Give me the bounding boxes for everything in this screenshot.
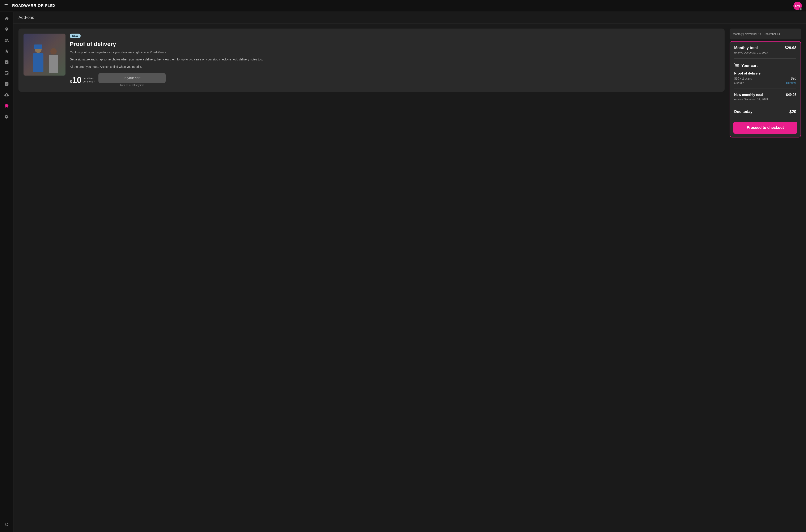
team-icon: [4, 38, 9, 44]
addon-name: Proof of delivery: [70, 41, 719, 48]
addon-card-image: [23, 34, 65, 76]
cart-monthly-renews: renews December 14, 2023: [734, 51, 796, 54]
cart-monthly-total-row: Monthly total $29.98: [734, 46, 796, 50]
cart-item-name: Proof of delivery: [734, 72, 796, 75]
cart-due-today-section: Due today $20: [730, 105, 801, 118]
addon-card-proof-of-delivery: NEW Proof of delivery Capture photos and…: [18, 28, 725, 92]
cart-header-row: Your cart: [734, 63, 796, 69]
routes-icon: [4, 27, 9, 33]
cart-new-renews: renews December 14, 2023: [734, 98, 796, 101]
addons-list: NEW Proof of delivery Capture photos and…: [18, 28, 725, 527]
cart-item-billing: Monthly: [734, 81, 744, 84]
settings-icon: [4, 114, 9, 120]
cart-shopping-icon: [734, 63, 739, 69]
cart-item-billing-row: Monthly Remove: [734, 81, 796, 84]
addon-description-3: All the proof you need. A cinch to find …: [70, 64, 719, 69]
in-cart-button: In your cart: [98, 73, 166, 83]
cart-due-amount: $20: [789, 109, 796, 114]
page-header: Add-ons: [14, 12, 806, 23]
sidebar-item-home[interactable]: [2, 14, 11, 23]
avatar-badge: [799, 7, 802, 11]
cart-box: Monthly total $29.98 renews December 14,…: [730, 41, 801, 137]
tasks-icon: [4, 60, 9, 65]
sidebar: [0, 12, 14, 532]
cart-panel: Monthly | November 14 - December 14 Mont…: [730, 28, 801, 527]
page-title: Add-ons: [18, 15, 34, 20]
sidebar-item-calendar[interactable]: [2, 69, 11, 78]
cart-item-users: $10 x 2 users: [734, 77, 752, 80]
addon-card-content: NEW Proof of delivery Capture photos and…: [70, 34, 719, 87]
home-icon: [4, 16, 9, 22]
reports-icon: [4, 82, 9, 87]
cart-new-total-label: New monthly total: [734, 93, 763, 97]
app-logo: RoadWarrior Flex: [12, 4, 56, 8]
addon-price-row: $ 10 per driver/ per month* In your cart…: [70, 73, 719, 87]
calendar-icon: [4, 71, 9, 76]
sidebar-item-reports[interactable]: [2, 80, 11, 89]
sidebar-item-tasks[interactable]: [2, 58, 11, 67]
addon-price: $ 10 per driver/ per month*: [70, 76, 95, 84]
refresh-icon: [4, 522, 9, 528]
avatar[interactable]: RW: [793, 2, 802, 10]
addon-price-dollar: $: [70, 79, 72, 84]
cart-item-detail-row: $10 x 2 users $20: [734, 77, 796, 80]
sidebar-item-routes[interactable]: [2, 25, 11, 34]
cart-item-price: $20: [791, 77, 796, 80]
checkout-button[interactable]: Proceed to checkout: [733, 122, 797, 134]
cart-monthly-total-label: Monthly total: [734, 46, 758, 50]
cart-due-label: Due today: [734, 110, 752, 114]
cart-new-total-row: New monthly total $49.98: [734, 93, 796, 97]
cart-new-total-section: New monthly total $49.98 renews December…: [730, 89, 801, 105]
cart-monthly-total-amount: $29.98: [785, 46, 796, 50]
sidebar-item-settings[interactable]: [2, 113, 11, 122]
cart-due-row: Due today $20: [734, 109, 796, 114]
page-body: NEW Proof of delivery Capture photos and…: [14, 23, 806, 532]
cart-label: Your cart: [742, 63, 758, 68]
menu-icon[interactable]: ☰: [4, 3, 8, 8]
cart-item: Proof of delivery $10 x 2 users $20 Mont…: [734, 72, 796, 84]
sidebar-item-addons[interactable]: [2, 101, 11, 111]
top-navigation: ☰ RoadWarrior Flex RW: [0, 0, 806, 12]
addon-turn-on-label: Turn on or off anytime: [98, 84, 166, 87]
cart-items-section: Your cart Proof of delivery $10 x 2 user…: [730, 59, 801, 89]
upload-icon: [4, 93, 9, 98]
sidebar-item-refresh[interactable]: [2, 520, 11, 530]
cart-remove-button[interactable]: Remove: [786, 81, 796, 84]
person2-silhouette: [48, 48, 59, 76]
main-layout: Add-ons: [0, 12, 806, 532]
sidebar-item-upload[interactable]: [2, 91, 11, 100]
cart-new-total-amount: $49.98: [786, 93, 796, 97]
sidebar-item-favorites[interactable]: [2, 47, 11, 56]
addon-price-suffix: per driver/ per month*: [82, 77, 95, 84]
addon-description-1: Capture photos and signatures for your d…: [70, 50, 719, 55]
addon-price-amount: 10: [72, 76, 82, 84]
content-area: Add-ons: [14, 12, 806, 532]
addons-icon: [4, 103, 9, 109]
cart-top-info: Monthly | November 14 - December 14: [730, 28, 801, 39]
addon-new-badge: NEW: [70, 34, 81, 38]
addon-description-2: Get a signature and snap some photos whe…: [70, 57, 719, 62]
cart-monthly-total-section: Monthly total $29.98 renews December 14,…: [730, 41, 801, 58]
avatar-initials: RW: [795, 4, 800, 7]
sidebar-item-team[interactable]: [2, 36, 11, 45]
person1-silhouette: [32, 46, 44, 76]
star-icon: [4, 49, 9, 55]
